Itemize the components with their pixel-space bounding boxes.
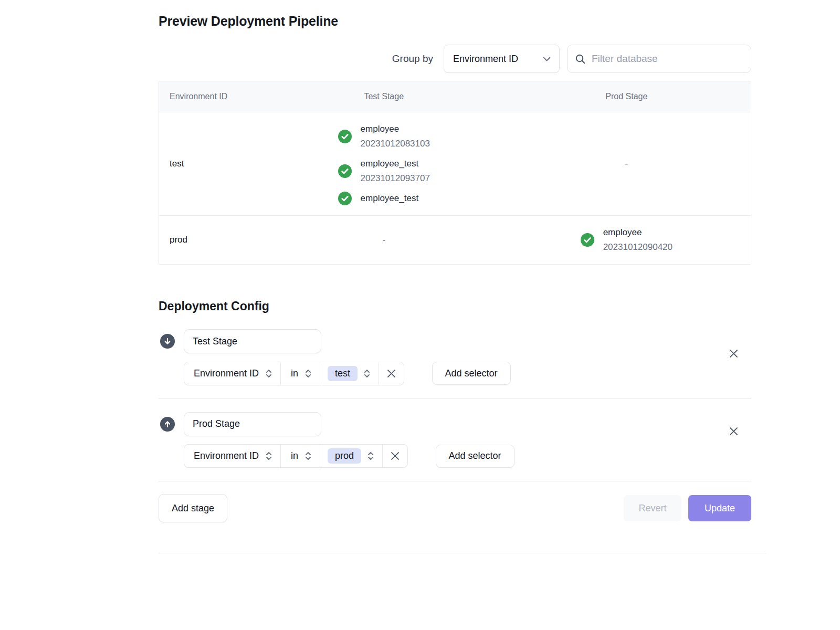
group-by-selected-value: Environment ID (453, 54, 518, 65)
page-title: Preview Deployment Pipeline (159, 13, 751, 29)
test-stage-database-list: employee 20231012083103 employee_test 20… (338, 112, 430, 215)
remove-selector-button[interactable] (379, 362, 404, 385)
database-item: employee_test (338, 191, 419, 206)
search-icon (575, 54, 586, 65)
database-name: employee (603, 225, 673, 240)
database-item: employee 20231012083103 (338, 122, 430, 151)
column-header-test-stage: Test Stage (266, 81, 502, 112)
up-down-chevrons-icon (265, 451, 272, 461)
filter-database-input[interactable] (592, 53, 743, 65)
selector-rule: Environment ID in test (184, 362, 404, 385)
column-header-environment-id: Environment ID (159, 81, 266, 112)
database-item: employee_test 20231012093707 (338, 156, 430, 186)
filter-database-search[interactable] (567, 45, 751, 73)
pipeline-toolbar: Group by Environment ID (159, 45, 751, 73)
selector-operator-select[interactable]: in (280, 362, 320, 385)
up-down-chevrons-icon (363, 369, 371, 379)
database-name: employee_test (361, 191, 419, 206)
stage-name-input[interactable] (184, 412, 321, 436)
stage-config-test: Environment ID in test Add sel (159, 329, 751, 385)
up-down-chevrons-icon (304, 369, 312, 379)
preview-deployment-pipeline-panel: Preview Deployment Pipeline Group by Env… (159, 0, 751, 553)
bottom-divider (159, 553, 766, 553)
arrow-down-circle-icon (160, 334, 175, 349)
check-circle-icon (338, 192, 352, 205)
selector-operator-select[interactable]: in (280, 445, 320, 467)
up-down-chevrons-icon (265, 369, 272, 379)
selector-value-tag: test (328, 366, 358, 381)
up-down-chevrons-icon (304, 451, 312, 461)
remove-stage-button[interactable] (727, 425, 740, 438)
selector-operator-value: in (291, 450, 298, 461)
remove-selector-button[interactable] (382, 445, 407, 467)
stage-name-input[interactable] (184, 329, 321, 353)
pipeline-table: Environment ID Test Stage Prod Stage tes… (159, 81, 751, 265)
selector-value-select[interactable]: test (320, 362, 379, 385)
check-circle-icon (581, 233, 594, 247)
database-version: 20231012083103 (361, 136, 430, 151)
check-circle-icon (338, 130, 352, 143)
database-version: 20231012093707 (361, 171, 430, 186)
database-name: employee_test (361, 156, 430, 171)
selector-key-value: Environment ID (194, 450, 259, 461)
footer-divider (159, 481, 751, 481)
prod-stage-database-list: employee 20231012090420 (581, 216, 673, 264)
stage-config-prod: Environment ID in prod Add sel (159, 412, 751, 468)
add-selector-button[interactable]: Add selector (432, 362, 511, 385)
selector-value-select[interactable]: prod (320, 445, 382, 467)
chevron-down-icon (543, 57, 551, 61)
database-item: employee 20231012090420 (581, 225, 673, 255)
deployment-config-title: Deployment Config (159, 298, 751, 314)
selector-operator-value: in (291, 368, 298, 379)
environment-name: test (170, 159, 184, 169)
database-version: 20231012090420 (603, 240, 673, 255)
add-selector-button[interactable]: Add selector (436, 445, 514, 468)
table-row-test: test employee 20231012083103 (159, 112, 751, 215)
check-circle-icon (338, 164, 352, 178)
update-button[interactable]: Update (688, 495, 751, 521)
group-by-label: Group by (392, 53, 433, 65)
up-down-chevrons-icon (367, 451, 374, 461)
selector-value-tag: prod (328, 448, 361, 464)
column-header-prod-stage: Prod Stage (502, 81, 751, 112)
selector-key-select[interactable]: Environment ID (184, 445, 280, 467)
database-name: employee (361, 122, 430, 136)
group-by-select[interactable]: Environment ID (444, 45, 560, 73)
pipeline-table-header: Environment ID Test Stage Prod Stage (159, 81, 751, 112)
environment-name: prod (170, 235, 187, 245)
arrow-up-circle-icon (160, 417, 175, 432)
selector-key-select[interactable]: Environment ID (184, 362, 280, 385)
selector-rule: Environment ID in prod (184, 444, 408, 468)
empty-stage-dash: - (625, 159, 628, 169)
revert-button[interactable]: Revert (624, 495, 681, 521)
table-row-prod: prod - employee 20231012090420 (159, 215, 751, 264)
remove-stage-button[interactable] (727, 346, 740, 360)
stage-divider (159, 398, 751, 399)
add-stage-button[interactable]: Add stage (159, 494, 227, 522)
empty-stage-dash: - (382, 235, 385, 245)
config-footer: Add stage Revert Update (159, 494, 751, 522)
selector-key-value: Environment ID (194, 368, 259, 379)
